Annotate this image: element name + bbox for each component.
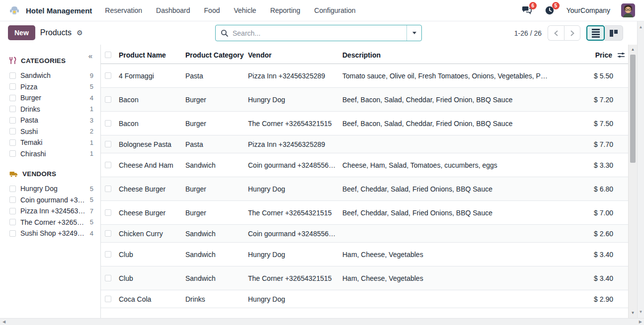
row-checkbox[interactable]	[105, 186, 111, 192]
column-header-price[interactable]: Price	[554, 51, 628, 59]
row-checkbox[interactable]	[105, 296, 111, 302]
window-scroll-up-icon[interactable]: ▲	[638, 25, 644, 29]
filter-list-item[interactable]: The Corner +3265432... 5	[9, 217, 93, 228]
control-panel: New Products ⚙ 1-26 / 26	[0, 21, 637, 45]
table-row[interactable]: Bolognese Pasta Pasta Pizza Inn +3245632…	[101, 135, 628, 153]
row-checkbox[interactable]	[105, 209, 111, 216]
column-header-description[interactable]: Description	[342, 51, 554, 59]
scroll-down-icon[interactable]: ▼	[629, 311, 637, 315]
app-logo-icon[interactable]	[8, 4, 21, 17]
filter-checkbox[interactable]	[9, 106, 16, 112]
filter-checkbox[interactable]	[9, 139, 16, 146]
cell-description: Ham, Cheese, Vegetables	[342, 251, 554, 259]
table-row[interactable]: Cheese And Ham Sandwich Coin gourmand +3…	[101, 153, 628, 177]
pager-next-button[interactable]	[564, 25, 580, 41]
table-row[interactable]: Club Sandwich The Corner +32654321515 Ha…	[101, 266, 628, 290]
row-checkbox[interactable]	[105, 141, 111, 147]
filter-checkbox[interactable]	[9, 230, 16, 237]
row-checkbox[interactable]	[105, 251, 111, 258]
cell-product-category: Sandwich	[185, 161, 248, 169]
main-menu-item[interactable]: Food	[204, 6, 220, 14]
company-name[interactable]: YourCompany	[566, 6, 610, 14]
table-scrollbar-thumb[interactable]	[630, 55, 636, 163]
window-scroll-down-icon[interactable]: ▼	[638, 310, 644, 314]
filter-checkbox[interactable]	[9, 83, 16, 90]
column-options-icon[interactable]	[617, 52, 625, 59]
vendors-list: Hungry Dog 5 Coin gourmand +3248... 5 Pi…	[9, 183, 93, 239]
cell-vendor: Hungry Dog	[248, 295, 342, 303]
row-checkbox[interactable]	[105, 275, 111, 281]
table-row[interactable]: Bacon Burger The Corner +32654321515 Bee…	[101, 112, 628, 135]
app-name[interactable]: Hotel Management	[26, 6, 92, 15]
column-header-vendor[interactable]: Vendor	[248, 51, 342, 59]
filter-list-item[interactable]: Coin gourmand +3248... 5	[9, 195, 93, 206]
filter-checkbox[interactable]	[9, 128, 16, 134]
filter-checkbox[interactable]	[9, 196, 16, 203]
search-dropdown-toggle[interactable]	[406, 25, 421, 41]
kanban-view-icon	[610, 30, 618, 37]
table-row[interactable]: Coca Cola Drinks Hungry Dog $ 2.90	[101, 290, 628, 308]
main-menu-item[interactable]: Configuration	[314, 6, 355, 14]
activities-badge: 5	[552, 2, 560, 9]
cell-price: $ 5.50	[554, 72, 628, 80]
table-row[interactable]: Chicken Curry Sandwich Coin gourmand +32…	[101, 225, 628, 243]
list-view-button[interactable]	[586, 25, 605, 41]
main-menu-item[interactable]: Reservation	[105, 6, 142, 14]
row-checkbox[interactable]	[105, 162, 111, 168]
filter-checkbox[interactable]	[9, 150, 16, 157]
filter-list-item[interactable]: Drinks 1	[9, 104, 93, 115]
search-input[interactable]	[233, 29, 406, 37]
main-menu-item[interactable]: Reporting	[270, 6, 301, 14]
window-scrollbar[interactable]: ▲ ▼	[637, 21, 644, 318]
filter-checkbox[interactable]	[9, 72, 16, 79]
table-row[interactable]: Cheese Burger Burger Hungry Dog Beef, Ch…	[101, 177, 628, 201]
table-row[interactable]: Cheese Burger Burger The Corner +3265432…	[101, 201, 628, 225]
filter-list-item[interactable]: Sushi 2	[9, 126, 93, 137]
scroll-right-icon[interactable]: ▶	[639, 319, 642, 325]
gear-icon[interactable]: ⚙	[77, 29, 83, 36]
kanban-view-button[interactable]	[605, 25, 623, 41]
row-checkbox[interactable]	[105, 120, 111, 127]
filter-checkbox[interactable]	[9, 117, 16, 124]
filter-list-item[interactable]: Sushi Shop +3249885... 4	[9, 228, 93, 239]
scroll-left-icon[interactable]: ◀	[2, 319, 5, 325]
select-all-checkbox[interactable]	[105, 52, 111, 58]
filter-list-item[interactable]: Pasta 3	[9, 115, 93, 126]
scroll-up-icon[interactable]: ▲	[629, 48, 637, 52]
main-menu-item[interactable]: Dashboard	[156, 6, 190, 14]
table-row[interactable]: Club Sandwich Hungry Dog Ham, Cheese, Ve…	[101, 243, 628, 266]
filter-list-item[interactable]: Pizza Inn +32456325289 7	[9, 205, 93, 217]
table-scrollbar[interactable]: ▲ ▼	[628, 45, 637, 318]
collapse-sidebar-button[interactable]: «	[88, 52, 92, 60]
filter-list-item[interactable]: Chirashi 1	[9, 148, 93, 160]
cell-price: $ 7.20	[554, 96, 628, 104]
new-button[interactable]: New	[8, 25, 35, 40]
column-header-product-category[interactable]: Product Category	[185, 51, 248, 59]
filter-list-item[interactable]: Burger 4	[9, 92, 93, 104]
row-checkbox[interactable]	[105, 96, 111, 103]
filter-list-item[interactable]: Sandwich 9	[9, 70, 93, 81]
filter-list-item[interactable]: Pizza 5	[9, 81, 93, 93]
user-avatar[interactable]	[621, 3, 635, 17]
cell-vendor: The Corner +32654321515	[248, 209, 342, 217]
column-header-product-name[interactable]: Product Name	[119, 51, 185, 59]
filter-checkbox[interactable]	[9, 219, 16, 225]
filter-checkbox[interactable]	[9, 95, 16, 101]
activities-button[interactable]: 5	[544, 4, 556, 16]
row-checkbox[interactable]	[105, 72, 111, 79]
row-checkbox[interactable]	[105, 230, 111, 237]
cutlery-icon	[9, 57, 16, 65]
filter-checkbox[interactable]	[9, 208, 16, 214]
pager-previous-button[interactable]	[548, 25, 564, 41]
messages-button[interactable]: 6	[521, 4, 533, 16]
table-row[interactable]: 4 Formaggi Pasta Pizza Inn +32456325289 …	[101, 64, 628, 88]
table-row[interactable]: Bacon Burger Hungry Dog Beef, Bacon, Sal…	[101, 88, 628, 112]
main-menu-item[interactable]: Vehicle	[234, 6, 256, 14]
horizontal-scrollbar[interactable]: ◀ ▶	[0, 318, 644, 325]
filter-list-item[interactable]: Temaki 1	[9, 137, 93, 148]
row-checkbox-cell	[101, 72, 119, 79]
filter-checkbox[interactable]	[9, 186, 16, 192]
filter-list-item[interactable]: Hungry Dog 5	[9, 183, 93, 195]
cell-product-category: Burger	[185, 209, 248, 217]
filter-count: 5	[90, 83, 93, 90]
